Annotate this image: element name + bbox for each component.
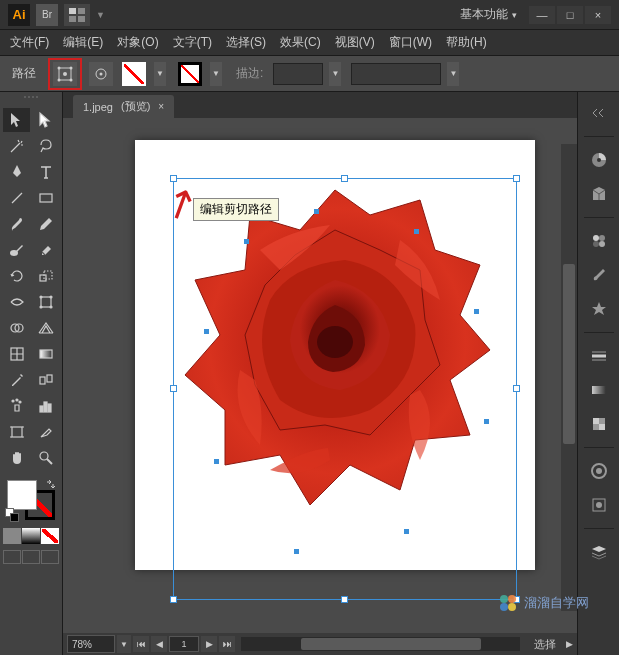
stroke-dropdown[interactable]: ▼: [210, 62, 222, 86]
selection-handle[interactable]: [170, 596, 177, 603]
zoom-tool[interactable]: [32, 446, 59, 470]
pen-tool[interactable]: [3, 160, 30, 184]
fill-dropdown[interactable]: ▼: [154, 62, 166, 86]
brushes-panel-icon[interactable]: [584, 262, 614, 288]
pencil-tool[interactable]: [32, 212, 59, 236]
menu-help[interactable]: 帮助(H): [446, 34, 487, 51]
mesh-tool[interactable]: [3, 342, 30, 366]
appearance-panel-icon[interactable]: [584, 458, 614, 484]
fill-color-box[interactable]: [7, 480, 37, 510]
horizontal-scrollbar[interactable]: [241, 637, 520, 651]
tab-close-button[interactable]: ×: [158, 101, 164, 112]
menu-edit[interactable]: 编辑(E): [63, 34, 103, 51]
slice-tool[interactable]: [32, 420, 59, 444]
edit-clipping-path-button[interactable]: [53, 62, 77, 86]
blob-brush-tool[interactable]: [3, 238, 30, 262]
fullscreen-button[interactable]: [41, 550, 59, 564]
perspective-grid-tool[interactable]: [32, 316, 59, 340]
line-segment-tool[interactable]: [3, 186, 30, 210]
edit-contents-button[interactable]: [89, 62, 113, 86]
svg-point-41: [599, 235, 605, 241]
zoom-dropdown[interactable]: ▼: [117, 635, 131, 653]
dropdown-arrow-icon[interactable]: ▼: [96, 10, 105, 20]
rectangle-tool[interactable]: [32, 186, 59, 210]
blend-tool[interactable]: [32, 368, 59, 392]
scale-tool[interactable]: [32, 264, 59, 288]
document-tab-bar: 1.jpeg (预览) ×: [63, 92, 577, 118]
hand-tool[interactable]: [3, 446, 30, 470]
gradient-mode-button[interactable]: [22, 528, 40, 544]
symbol-sprayer-tool[interactable]: [3, 394, 30, 418]
first-artboard-button[interactable]: ⏮: [133, 636, 149, 652]
last-artboard-button[interactable]: ⏭: [219, 636, 235, 652]
canvas[interactable]: [63, 118, 577, 633]
none-mode-button[interactable]: [41, 528, 59, 544]
gradient-tool[interactable]: [32, 342, 59, 366]
selection-tool[interactable]: [3, 108, 30, 132]
paintbrush-tool[interactable]: [3, 212, 30, 236]
width-tool[interactable]: [3, 290, 30, 314]
menu-select[interactable]: 选择(S): [226, 34, 266, 51]
stroke-panel-icon[interactable]: [584, 343, 614, 369]
svg-rect-1: [78, 8, 85, 14]
fill-stroke-indicator[interactable]: [3, 476, 59, 524]
scrollbar-thumb[interactable]: [301, 638, 481, 650]
expand-dock-button[interactable]: [584, 100, 614, 126]
type-tool[interactable]: [32, 160, 59, 184]
menu-view[interactable]: 视图(V): [335, 34, 375, 51]
menu-file[interactable]: 文件(F): [10, 34, 49, 51]
swatches-panel-icon[interactable]: [584, 228, 614, 254]
status-dropdown-icon[interactable]: ▶: [566, 639, 573, 649]
default-fill-stroke-button[interactable]: [5, 508, 19, 522]
lasso-tool[interactable]: [32, 134, 59, 158]
maximize-button[interactable]: □: [557, 6, 583, 24]
next-artboard-button[interactable]: ▶: [201, 636, 217, 652]
transparency-panel-icon[interactable]: [584, 411, 614, 437]
free-transform-tool[interactable]: [32, 290, 59, 314]
selection-handle[interactable]: [341, 596, 348, 603]
fill-swatch[interactable]: [122, 62, 146, 86]
scrollbar-thumb[interactable]: [563, 264, 575, 444]
normal-screen-button[interactable]: [3, 550, 21, 564]
artboard-tool[interactable]: [3, 420, 30, 444]
swap-fill-stroke-icon[interactable]: [45, 478, 57, 490]
symbols-panel-icon[interactable]: [584, 296, 614, 322]
stroke-weight-dropdown[interactable]: ▼: [329, 62, 341, 86]
color-mode-button[interactable]: [3, 528, 21, 544]
column-graph-tool[interactable]: [32, 394, 59, 418]
eyedropper-tool[interactable]: [3, 368, 30, 392]
shape-builder-tool[interactable]: [3, 316, 30, 340]
artboard-number-field[interactable]: 1: [169, 636, 199, 652]
rose-image[interactable]: [170, 170, 500, 520]
stroke-weight-field[interactable]: [273, 63, 323, 85]
workspace-switcher[interactable]: 基本功能: [460, 6, 517, 23]
prev-artboard-button[interactable]: ◀: [151, 636, 167, 652]
brush-definition-field[interactable]: [351, 63, 441, 85]
menu-object[interactable]: 对象(O): [117, 34, 158, 51]
menu-type[interactable]: 文字(T): [173, 34, 212, 51]
arrange-documents-button[interactable]: [64, 4, 90, 26]
color-guide-panel-icon[interactable]: [584, 181, 614, 207]
svg-rect-46: [593, 418, 599, 424]
vertical-scrollbar[interactable]: [561, 144, 577, 611]
magic-wand-tool[interactable]: [3, 134, 30, 158]
brush-dropdown[interactable]: ▼: [447, 62, 459, 86]
graphic-styles-panel-icon[interactable]: [584, 492, 614, 518]
rotate-tool[interactable]: [3, 264, 30, 288]
gradient-panel-icon[interactable]: [584, 377, 614, 403]
panel-grip[interactable]: [3, 96, 59, 104]
layers-panel-icon[interactable]: [584, 539, 614, 565]
svg-rect-44: [592, 386, 606, 394]
bridge-icon[interactable]: Br: [36, 4, 58, 26]
stroke-swatch[interactable]: [178, 62, 202, 86]
menu-window[interactable]: 窗口(W): [389, 34, 432, 51]
fullscreen-menu-button[interactable]: [22, 550, 40, 564]
color-panel-icon[interactable]: [584, 147, 614, 173]
document-tab[interactable]: 1.jpeg (预览) ×: [73, 95, 174, 118]
zoom-level-field[interactable]: 78%: [67, 635, 115, 653]
direct-selection-tool[interactable]: [32, 108, 59, 132]
close-button[interactable]: ×: [585, 6, 611, 24]
menu-effect[interactable]: 效果(C): [280, 34, 321, 51]
eraser-tool[interactable]: [32, 238, 59, 262]
minimize-button[interactable]: —: [529, 6, 555, 24]
